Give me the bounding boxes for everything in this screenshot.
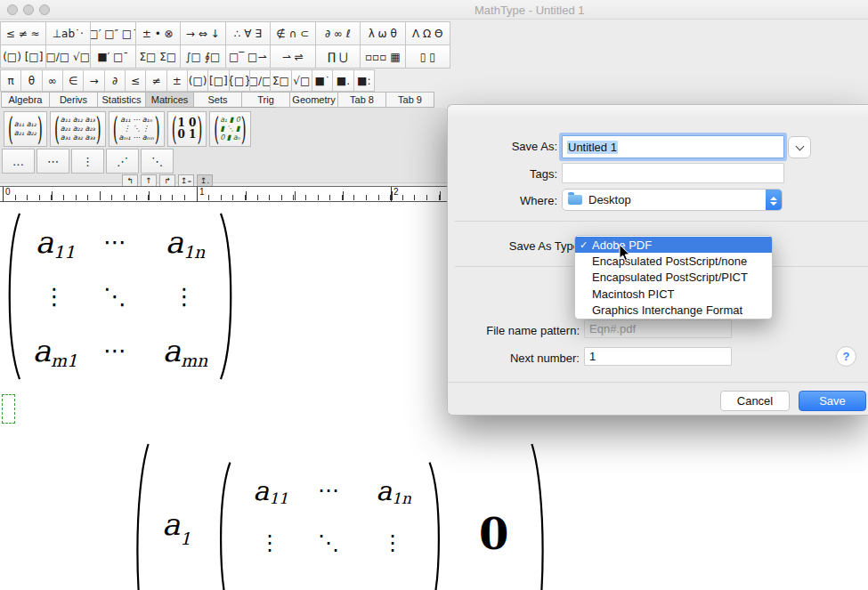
menu-item-adobe-pdf[interactable]: ✓ Adobe PDF xyxy=(575,237,772,253)
paren-left-icon xyxy=(130,440,153,590)
matrix-cell: amn xyxy=(144,333,226,368)
alignment-button-2[interactable]: ↱ xyxy=(159,174,175,187)
tab-2[interactable]: Statistics xyxy=(97,92,146,108)
matrix-cell: ⋯ xyxy=(303,584,356,590)
matrix-mxn-button[interactable]: ( a₁₁ ⋯ a₁ₙ ⋮ ⋱ ⋮ aₘ₁ ⋯ aₘₙ ) xyxy=(109,111,165,147)
small-bar-button-1[interactable]: θ xyxy=(20,69,42,92)
symbol-palette-button-1[interactable]: ⊥ab˙· xyxy=(45,21,92,45)
alignment-button-3[interactable]: ↥₌ xyxy=(178,174,194,187)
alignment-button-1[interactable]: ↑ xyxy=(141,174,157,187)
alignment-button-4[interactable]: ↥. xyxy=(197,174,213,187)
identity-matrix-button[interactable]: ( 1 0 0 1 ) xyxy=(167,111,207,147)
matrix-bottom-inner: a11⋯a1n⋮⋱⋮am1⋯amn xyxy=(239,465,431,590)
symbol-palette-button-8[interactable]: λ ω θ xyxy=(360,21,406,45)
dots-template-button-1[interactable]: ⋯ xyxy=(37,149,69,174)
paren-right-icon: ) xyxy=(37,110,43,147)
template-palette-button-0[interactable]: (□) [□] xyxy=(0,44,46,69)
small-bar-button-6[interactable]: ≤ xyxy=(125,69,146,92)
cell-base: a xyxy=(253,475,269,506)
symbol-palette-button-6[interactable]: ∉ ∩ ⊂ xyxy=(270,21,316,45)
tab-6[interactable]: Geometry xyxy=(289,92,338,108)
tab-7[interactable]: Tab 8 xyxy=(337,92,386,108)
dots-template-button-0[interactable]: … xyxy=(2,149,35,174)
template-palette-button-4[interactable]: ∫□ ∮□ xyxy=(180,44,226,69)
matrix-2x2-button[interactable]: ( a₁₁ a₁₂ a₂₁ a₂₂ ) xyxy=(4,111,47,147)
small-bar-button-13[interactable]: Σ□ xyxy=(270,69,291,92)
cell-subscript: mn xyxy=(181,351,207,370)
small-bar-button-2[interactable]: ∞ xyxy=(42,69,63,92)
template-palette-button-3[interactable]: Σ□ Σ□ xyxy=(135,44,182,69)
save-as-input[interactable]: Untitled 1 xyxy=(562,135,784,158)
ruler-mark-2: 2 xyxy=(393,187,399,197)
small-bar-button-15[interactable]: ■˙ xyxy=(312,69,333,92)
next-number-input[interactable]: 1 xyxy=(584,347,732,366)
save-button[interactable]: Save xyxy=(799,391,866,411)
alignment-button-row: ↰↑↱↥₌↥. xyxy=(122,174,213,187)
symbol-palette-button-3[interactable]: ± • ⊗ xyxy=(135,21,182,45)
template-palette-button-8[interactable]: ▫▫▫ ▦ xyxy=(360,44,406,69)
small-bar-button-14[interactable]: √□ xyxy=(291,69,312,92)
cancel-button[interactable]: Cancel xyxy=(720,391,790,411)
where-label: Where: xyxy=(448,194,557,207)
tags-label: Tags: xyxy=(448,167,557,181)
small-bar-button-7[interactable]: ≠ xyxy=(145,69,166,92)
divider xyxy=(448,382,868,383)
tags-input[interactable] xyxy=(562,163,784,183)
small-bar-button-8[interactable]: ± xyxy=(166,69,188,92)
small-bar-button-3[interactable]: ∈ xyxy=(62,69,84,92)
tab-8[interactable]: Tab 9 xyxy=(385,92,434,108)
symbol-palette-button-7[interactable]: ∂ ∞ ℓ xyxy=(315,21,361,45)
small-bar-button-11[interactable]: {□} xyxy=(229,69,250,92)
help-button[interactable]: ? xyxy=(836,346,856,367)
symbol-palette-button-9[interactable]: Λ Ω Θ xyxy=(405,21,451,45)
alignment-button-0[interactable]: ↰ xyxy=(122,174,138,187)
menu-item-eps-pict[interactable]: Encapsulated PostScript/PICT xyxy=(575,270,772,286)
template-palette-button-1[interactable]: □∕□ √□ xyxy=(45,44,92,69)
expand-dialog-button[interactable] xyxy=(788,136,811,158)
symbol-palette-button-0[interactable]: ≤ ≠ ≈ xyxy=(0,21,46,45)
popup-stepper-icon xyxy=(766,190,782,211)
empty-slot[interactable] xyxy=(2,394,15,424)
matrix-template-row: ( a₁₁ a₁₂ a₂₁ a₂₂ ) ( a₁₁ a₁₂ a₁₃ a₂₁ a₂… xyxy=(4,111,251,147)
matrix-3x3-button[interactable]: ( a₁₁ a₁₂ a₁₃ a₂₁ a₂₂ a₂₃ a₃₁ a₃₂ a₃₃ ) xyxy=(50,111,106,147)
template-palette-button-5[interactable]: □‾ □⇀ xyxy=(225,44,272,69)
template-palette-button-2[interactable]: ■′ □¯ xyxy=(90,44,136,69)
template-palette-button-6[interactable]: ⇀ ⇌ xyxy=(270,44,316,69)
tab-1[interactable]: Derivs xyxy=(49,92,98,108)
small-bar-button-12[interactable]: □∕□ xyxy=(249,69,271,92)
where-popup[interactable]: Desktop xyxy=(562,189,783,211)
menu-item-label: Encapsulated PostScript/none xyxy=(592,255,747,268)
zoom-window-icon[interactable] xyxy=(39,4,50,15)
close-window-icon[interactable] xyxy=(7,4,18,15)
small-bar-button-9[interactable]: (□) xyxy=(187,69,208,92)
small-bar-button-0[interactable]: π xyxy=(0,69,21,92)
small-bar-button-17[interactable]: ■: xyxy=(353,69,375,92)
dots-template-button-2[interactable]: ⋮ xyxy=(71,149,104,174)
tab-0[interactable]: Algebra xyxy=(1,92,50,108)
paren-left-icon: ( xyxy=(54,110,60,147)
dots-template-button-3[interactable]: ⋰ xyxy=(106,149,139,174)
tab-3[interactable]: Matrices xyxy=(145,92,194,108)
matrix-cell: a1n xyxy=(144,224,226,260)
small-bar-button-5[interactable]: ∂ xyxy=(104,69,126,92)
small-bar-button-16[interactable]: ■. xyxy=(332,69,353,92)
matrix-row: a11⋯a1n xyxy=(239,465,431,515)
menu-item-eps-none[interactable]: Encapsulated PostScript/none xyxy=(575,253,772,269)
menu-item-gif[interactable]: Graphics Interchange Format xyxy=(575,302,772,318)
diagonal-matrix-button[interactable]: ( a₁ ▮ 0 ▮ ⋱ ▮ 0 ▮ aₙ ) xyxy=(209,111,250,147)
tab-4[interactable]: Sets xyxy=(193,92,242,108)
menu-item-label: Graphics Interchange Format xyxy=(592,303,742,317)
symbol-palette-button-5[interactable]: ∴ ∀ ∃ xyxy=(225,21,272,45)
dots-template-button-4[interactable]: ⋱ xyxy=(141,149,174,174)
chevron-up-icon xyxy=(770,197,777,200)
template-palette-button-9[interactable]: ▯ ▯ xyxy=(405,44,451,69)
minimize-window-icon[interactable] xyxy=(23,4,34,15)
template-palette-button-7[interactable]: ∏ ⋃ xyxy=(315,44,361,69)
symbol-palette-button-2[interactable]: □′ □″ □˙ xyxy=(90,21,136,45)
menu-item-macintosh-pict[interactable]: Macintosh PICT xyxy=(575,286,772,302)
small-bar-button-4[interactable]: → xyxy=(83,69,104,92)
symbol-palette-button-4[interactable]: → ⇔ ↓ xyxy=(180,21,226,45)
cell-subscript: 11 xyxy=(53,242,75,262)
tab-5[interactable]: Trig xyxy=(241,92,290,108)
small-bar-button-10[interactable]: [□] xyxy=(207,69,229,92)
